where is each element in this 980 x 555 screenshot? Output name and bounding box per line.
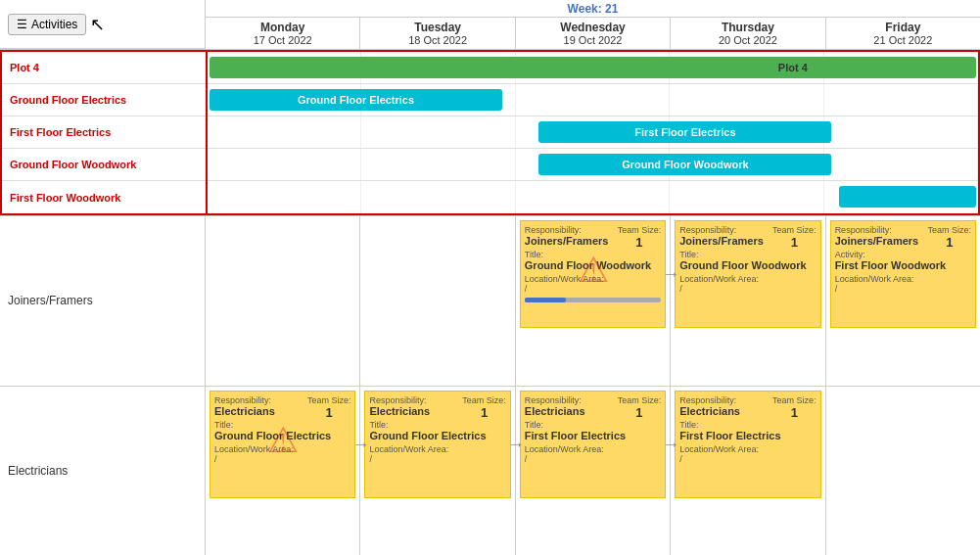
joiners-card-thu-team: Team Size: 1 [772,225,817,250]
elec-arrow-wed-thu: → [662,434,679,454]
joiners-card-fri-resp: Responsibility: Joiners/Framers [835,225,919,247]
elec-card-thu-team: Team Size: 1 [772,395,817,420]
gc-4-2 [516,181,670,213]
main-container: ☰ Activities ↖ Week: 21 Monday 17 Oct 20… [0,0,980,555]
bottom-label-joiners: Joiners/Framers [0,216,205,387]
gantt-wrapper: Plot 4 Ground Floor Electrics First Floo… [0,50,980,215]
elec-card-tue[interactable]: Responsibility: Electricians Team Size: … [364,391,510,498]
joiners-card-fri[interactable]: Responsibility: Joiners/Framers Team Siz… [830,220,976,328]
joiners-cell-tue [360,216,515,386]
gc-4-3 [670,181,823,213]
joiners-card-wed[interactable]: Responsibility: Joiners/Framers Team Siz… [520,220,666,328]
joiners-card-fri-top: Responsibility: Joiners/Framers Team Siz… [835,225,971,250]
friday-date: 21 Oct 2022 [826,34,980,46]
elec-cell-fri [826,387,980,556]
elec-tue-wrap: Responsibility: Electricians Team Size: … [364,391,510,498]
week-label: Week: 21 [206,0,980,18]
joiners-card-wed-progress [525,298,661,302]
tuesday-date: 18 Oct 2022 [360,34,514,46]
gantt-grid: Plot 4 Ground Floor Electrics [208,52,978,213]
elec-card-thu-top: Responsibility: Electricians Team Size: … [679,395,816,420]
activities-icon: ☰ [17,18,27,31]
gantt-label-gf-wood: Ground Floor Woodwork [2,149,206,181]
elec-card-mon-title-section: Title: Ground Floor Electrics [214,420,350,441]
joiners-card-thu-loc-section: Location/Work Area: / [679,274,816,294]
ff-woodwork-bar[interactable] [839,186,976,208]
gantt-label-ff-wood: First Floor Woodwork [2,181,206,213]
bottom-row-joiners: Responsibility: Joiners/Framers Team Siz… [206,216,980,387]
joiners-arrow-wed-thu: → [662,264,679,285]
header-corner: ☰ Activities ↖ [0,0,206,49]
joiners-card-wed-top: Responsibility: Joiners/Framers Team Siz… [525,225,661,250]
day-monday: Monday 17 Oct 2022 [206,18,360,49]
activities-button[interactable]: ☰ Activities [8,14,86,35]
elec-cell-mon: Responsibility: Electricians Team Size: … [206,387,360,556]
elec-card-tue-title-section: Title: Ground Floor Electrics [369,420,505,441]
gf-woodwork-bar[interactable]: Ground Floor Woodwork [538,154,831,175]
tuesday-name: Tuesday [360,21,514,34]
thursday-name: Thursday [671,21,824,34]
gc-1-4 [824,84,978,116]
elec-card-tue-resp: Responsibility: Electricians [369,395,430,417]
gf-electrics-bar[interactable]: Ground Floor Electrics [210,89,502,111]
bottom-section: Joiners/Framers Electricians [0,215,980,555]
plot4-bar-label: Plot 4 [778,62,808,73]
gc-3-4 [824,149,978,180]
gc-4-1 [361,181,515,213]
gc-2-1 [361,116,515,148]
elec-card-wed-team: Team Size: 1 [618,395,662,420]
gc-1-2 [516,84,670,116]
elec-card-mon[interactable]: Responsibility: Electricians Team Size: … [210,391,355,498]
gc-4-0 [208,181,361,213]
elec-arrow-tue-wed: → [507,434,525,454]
elec-card-thu-loc-section: Location/Work Area: / [679,444,816,464]
gc-3-0 [208,149,361,180]
joiners-card-thu[interactable]: Responsibility: Joiners/Framers Team Siz… [675,220,820,328]
elec-card-wed-resp: Responsibility: Electricians [525,395,585,417]
elec-card-thu-resp: Responsibility: Electricians [679,395,740,417]
day-wednesday: Wednesday 19 Oct 2022 [516,18,671,49]
gantt-row-ff-elec: First Floor Electrics [208,116,978,149]
cursor-icon: ↖ [90,14,105,35]
elec-cell-wed: Responsibility: Electricians Team Size: … [516,387,671,556]
bottom-label-electricians: Electricians [0,387,205,556]
ff-electrics-bar[interactable]: First Floor Electrics [538,121,831,143]
gantt-row-gf-elec: Ground Floor Electrics [208,84,978,116]
elec-mon-wrap: Responsibility: Electricians Team Size: … [210,391,355,498]
full-header: ☰ Activities ↖ Week: 21 Monday 17 Oct 20… [0,0,980,50]
joiners-card-thu-title-section: Title: Ground Floor Woodwork [679,250,816,271]
gc-2-4 [824,116,978,148]
elec-card-mon-team: Team Size: 1 [307,395,351,420]
elec-card-tue-top: Responsibility: Electricians Team Size: … [369,395,505,420]
elec-card-wed-title-section: Title: First Floor Electrics [525,420,661,441]
elec-card-thu[interactable]: Responsibility: Electricians Team Size: … [675,391,820,498]
elec-card-tue-loc-section: Location/Work Area: / [369,444,505,464]
joiners-wed-wrap: Responsibility: Joiners/Framers Team Siz… [520,220,666,328]
gf-woodwork-bar-label: Ground Floor Woodwork [622,159,748,170]
gc-3-1 [361,149,515,180]
joiners-card-wed-team: Team Size: 1 [618,225,662,250]
day-headers: Monday 17 Oct 2022 Tuesday 18 Oct 2022 W… [206,18,980,49]
elec-card-wed-loc-section: Location/Work Area: / [525,444,661,464]
elec-card-wed[interactable]: Responsibility: Electricians Team Size: … [520,391,666,498]
plot4-bar[interactable]: Plot 4 [210,57,976,78]
elec-card-tue-team: Team Size: 1 [462,395,506,420]
gantt-labels: Plot 4 Ground Floor Electrics First Floo… [2,52,208,213]
wednesday-date: 19 Oct 2022 [516,34,670,46]
gantt-row-ff-wood [208,181,978,213]
gantt-row-plot4: Plot 4 [208,52,978,84]
joiners-cell-thu: Responsibility: Joiners/Framers Team Siz… [671,216,825,386]
elec-card-mon-top: Responsibility: Electricians Team Size: … [214,395,350,420]
bottom-left-labels: Joiners/Framers Electricians [0,216,206,555]
elec-card-mon-resp: Responsibility: Electricians [214,395,275,417]
elec-card-wed-top: Responsibility: Electricians Team Size: … [525,395,661,420]
gantt-label-plot4: Plot 4 [2,52,206,84]
ff-electrics-bar-label: First Floor Electrics [634,126,735,138]
days-area: Week: 21 Monday 17 Oct 2022 Tuesday 18 O… [206,0,980,49]
joiners-card-fri-title-section: Activity: First Floor Woodwork [835,250,971,271]
thursday-date: 20 Oct 2022 [671,34,824,46]
joiners-card-wed-title-section: Title: Ground Floor Woodwork [525,250,661,271]
gantt-row-gf-wood: Ground Floor Woodwork [208,149,978,181]
joiners-card-fri-team: Team Size: 1 [928,225,972,250]
joiners-card-fri-loc-section: Location/Work Area: / [835,274,971,294]
